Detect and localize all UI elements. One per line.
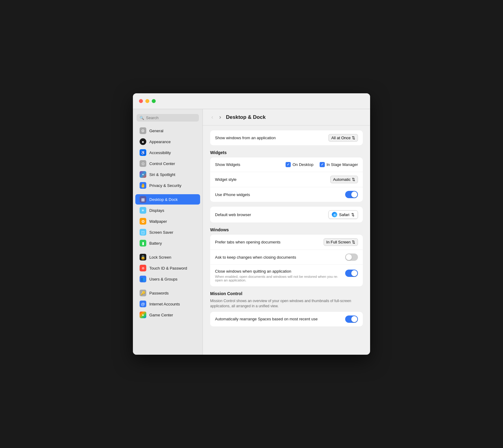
sidebar-item-internet-accounts[interactable]: @ Internet Accounts (135, 299, 200, 309)
general-icon: ⚙ (140, 127, 146, 134)
toggle-knob (351, 316, 357, 322)
show-windows-row: Show windows from an application All at … (210, 130, 363, 145)
sidebar-item-desktop-dock[interactable]: ▦ Desktop & Dock (135, 194, 200, 205)
sidebar-item-label: Users & Groups (149, 277, 177, 281)
appearance-icon: ● (140, 138, 146, 145)
sidebar-item-label: Displays (149, 208, 164, 213)
close-windows-toggle[interactable] (345, 270, 358, 277)
iphone-widgets-row: Use iPhone widgets (210, 187, 363, 202)
maximize-button[interactable] (152, 99, 156, 103)
in-stage-manager-checkbox[interactable]: ✓ (320, 162, 325, 167)
sidebar-item-label: Desktop & Dock (149, 197, 178, 202)
in-stage-manager-checkbox-row[interactable]: ✓ In Stage Manager (320, 162, 358, 167)
widgets-checkboxes: ✓ On Desktop ✓ In Stage Manager (286, 162, 358, 167)
prefer-tabs-value: In Full Screen (326, 240, 351, 244)
default-browser-select[interactable]: ⊕ Safari ⇅ (328, 210, 358, 219)
safari-icon: ⊕ (332, 212, 337, 217)
minimize-button[interactable] (145, 99, 149, 103)
search-box[interactable]: 🔍 (137, 114, 199, 122)
show-windows-select[interactable]: All at Once ⇅ (328, 134, 358, 142)
auto-rearrange-label: Automatically rearrange Spaces based on … (215, 317, 317, 321)
desktop-dock-icon: ▦ (140, 196, 146, 203)
close-windows-label: Close windows when quitting an applicati… (215, 269, 345, 274)
windows-card: Prefer tabs when opening documents In Fu… (210, 235, 363, 286)
sidebar-item-passwords[interactable]: 🔑 Passwords (135, 288, 200, 298)
sidebar-item-siri-spotlight[interactable]: ✦ Siri & Spotlight (135, 169, 200, 180)
sidebar-item-label: Wallpaper (149, 219, 167, 224)
sidebar-item-screen-saver[interactable]: ◫ Screen Saver (135, 227, 200, 237)
show-widgets-row: Show Widgets ✓ On Desktop ✓ (210, 157, 363, 172)
screen-saver-icon: ◫ (140, 229, 146, 236)
sidebar-item-label: Siri & Spotlight (149, 172, 175, 177)
chevron-updown-icon: ⇅ (352, 177, 355, 182)
sidebar-item-label: Battery (149, 241, 162, 246)
sidebar-item-label: General (149, 129, 163, 133)
show-windows-value: All at Once (331, 136, 351, 140)
sidebar-item-label: Appearance (149, 140, 171, 144)
prefer-tabs-label: Prefer tabs when opening documents (215, 240, 280, 244)
iphone-widgets-toggle[interactable] (345, 191, 358, 198)
sidebar-item-label: Game Center (149, 313, 173, 317)
widget-style-row: Widget style Automatic ⇅ (210, 172, 363, 187)
mission-control-title: Mission Control (210, 291, 363, 296)
sidebar-item-label: Screen Saver (149, 230, 173, 235)
search-icon: 🔍 (140, 116, 144, 120)
wallpaper-icon: ✿ (140, 218, 146, 225)
sidebar-item-label: Privacy & Security (149, 183, 181, 188)
sidebar-item-label: Accessibility (149, 150, 171, 155)
auto-rearrange-toggle[interactable] (345, 315, 358, 323)
sidebar-item-users-groups[interactable]: 👥 Users & Groups (135, 274, 200, 284)
sidebar-item-displays[interactable]: ☀ Displays (135, 205, 200, 215)
sidebar-item-label: Touch ID & Password (149, 266, 187, 271)
sidebar-item-label: Control Center (149, 161, 175, 166)
sidebar-item-label: Lock Screen (149, 255, 171, 260)
on-desktop-checkbox[interactable]: ✓ (286, 162, 291, 167)
in-stage-manager-label: In Stage Manager (327, 162, 358, 167)
sidebar: 🔍 ⚙ General ● Appearance ♿ Accessibility (133, 109, 203, 355)
close-windows-text-group: Close windows when quitting an applicati… (215, 269, 345, 282)
search-container: 🔍 (133, 113, 203, 125)
sidebar-item-label: Passwords (149, 291, 169, 295)
prefer-tabs-select[interactable]: In Full Screen ⇅ (324, 238, 358, 246)
sidebar-item-accessibility[interactable]: ♿ Accessibility (135, 147, 200, 158)
sidebar-item-general[interactable]: ⚙ General (135, 126, 200, 136)
displays-icon: ☀ (140, 207, 146, 214)
sidebar-item-privacy-security[interactable]: 🤚 Privacy & Security (135, 180, 200, 191)
titlebar (133, 93, 370, 109)
siri-icon: ✦ (140, 171, 146, 178)
ask-keep-changes-label: Ask to keep changes when closing documen… (215, 255, 296, 260)
widgets-section-title: Widgets (210, 150, 363, 155)
back-button[interactable]: ‹ (210, 113, 214, 121)
sidebar-item-lock-screen[interactable]: 🔒 Lock Screen (135, 252, 200, 262)
sidebar-item-control-center[interactable]: ⊙ Control Center (135, 158, 200, 169)
iphone-widgets-label: Use iPhone widgets (215, 192, 250, 197)
default-browser-card: Default web browser ⊕ Safari ⇅ (210, 207, 363, 222)
on-desktop-checkbox-row[interactable]: ✓ On Desktop (286, 162, 314, 167)
close-button[interactable] (139, 99, 143, 103)
show-windows-label: Show windows from an application (215, 136, 276, 140)
prefer-tabs-row: Prefer tabs when opening documents In Fu… (210, 235, 363, 250)
ask-keep-changes-toggle[interactable] (345, 253, 358, 261)
forward-button[interactable]: › (218, 113, 222, 121)
sidebar-item-game-center[interactable]: ● Game Center (135, 310, 200, 320)
mission-control-card: Automatically rearrange Spaces based on … (210, 312, 363, 326)
show-widgets-label: Show Widgets (215, 162, 240, 167)
on-desktop-label: On Desktop (293, 162, 314, 167)
mission-control-section: Mission Control Mission Control shows an… (210, 291, 363, 309)
internet-accounts-icon: @ (140, 301, 146, 307)
content-header: ‹ › Desktop & Dock (203, 109, 370, 126)
show-windows-card: Show windows from an application All at … (210, 130, 363, 145)
sidebar-item-battery[interactable]: ▮ Battery (135, 238, 200, 248)
widget-style-select[interactable]: Automatic ⇅ (330, 176, 358, 183)
close-windows-sub: When enabled, open documents and windows… (215, 275, 345, 282)
toggle-knob (351, 270, 357, 276)
toggle-knob (351, 191, 357, 198)
system-preferences-window: 🔍 ⚙ General ● Appearance ♿ Accessibility (133, 93, 370, 355)
sidebar-item-touch-id[interactable]: ⊛ Touch ID & Password (135, 263, 200, 273)
sidebar-item-appearance[interactable]: ● Appearance (135, 136, 200, 147)
default-browser-value: Safari (339, 212, 349, 217)
control-center-icon: ⊙ (140, 160, 146, 167)
sidebar-item-wallpaper[interactable]: ✿ Wallpaper (135, 216, 200, 226)
chevron-updown-icon: ⇅ (352, 240, 355, 244)
search-input[interactable] (146, 115, 196, 120)
